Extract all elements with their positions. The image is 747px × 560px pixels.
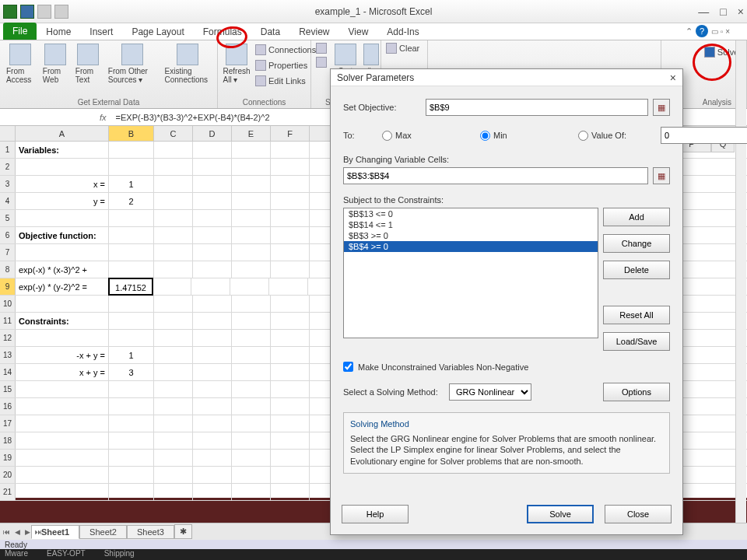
cell[interactable] (109, 484, 154, 500)
delete-button[interactable]: Delete (603, 261, 670, 279)
cell[interactable] (271, 296, 310, 312)
by-changing-input[interactable] (343, 167, 648, 184)
solve-button[interactable]: Solve (527, 505, 594, 523)
sort-asc-icon[interactable] (314, 42, 328, 54)
cell[interactable] (271, 244, 310, 261)
cell[interactable] (271, 210, 310, 226)
cell[interactable] (16, 467, 109, 483)
cell[interactable] (154, 210, 193, 226)
row-header[interactable]: 11 (0, 313, 16, 329)
cell[interactable] (154, 381, 193, 397)
cell[interactable] (271, 347, 310, 363)
dialog-close-icon[interactable]: × (670, 72, 676, 84)
cell[interactable] (16, 210, 109, 226)
cell[interactable] (232, 381, 271, 397)
radio-min[interactable]: Min (480, 131, 558, 141)
cell[interactable] (193, 244, 232, 261)
cell[interactable] (109, 210, 154, 226)
col-D[interactable]: D (193, 126, 232, 141)
load-save-button[interactable]: Load/Save (603, 332, 670, 351)
cell[interactable] (193, 193, 232, 209)
cell[interactable] (193, 142, 232, 158)
cell[interactable]: x + y = (16, 364, 109, 380)
cell[interactable] (232, 210, 271, 226)
cell[interactable] (16, 484, 109, 500)
row-header[interactable]: 19 (0, 450, 16, 466)
cell[interactable] (154, 347, 193, 363)
cell[interactable] (271, 364, 310, 380)
cell[interactable] (193, 227, 232, 243)
cell[interactable] (271, 330, 310, 346)
cell[interactable] (271, 484, 310, 500)
row-header[interactable]: 18 (0, 432, 16, 449)
cell[interactable] (232, 398, 271, 415)
options-button[interactable]: Options (603, 383, 670, 401)
cell[interactable] (271, 432, 310, 449)
cell[interactable] (154, 467, 193, 483)
cell[interactable] (232, 432, 271, 449)
ribbon-icon[interactable] (458, 50, 475, 67)
cell[interactable] (232, 450, 271, 466)
cell[interactable] (154, 159, 193, 175)
cell[interactable] (230, 278, 269, 295)
cell[interactable]: 1 (109, 176, 154, 192)
cell[interactable] (154, 415, 193, 432)
cell[interactable] (232, 176, 271, 192)
cell[interactable] (232, 347, 271, 363)
cell[interactable] (271, 193, 310, 209)
new-sheet-icon[interactable]: ✱ (174, 524, 192, 539)
cell[interactable]: exp(-x) * (x-3)^2 + (16, 261, 109, 278)
sort-desc-icon[interactable] (314, 56, 328, 68)
ribbon-minimize-icon[interactable]: ⌃ (686, 26, 693, 37)
row-header[interactable]: 2 (0, 159, 16, 175)
col-E[interactable]: E (232, 126, 271, 141)
row-header[interactable]: 6 (0, 227, 16, 243)
cell[interactable] (232, 261, 271, 278)
cell[interactable]: Constraints: (16, 313, 109, 329)
cell[interactable] (16, 159, 109, 175)
cell[interactable] (154, 398, 193, 415)
cell[interactable] (16, 244, 109, 261)
cell[interactable] (193, 415, 232, 432)
ribbon-icon[interactable] (431, 50, 448, 67)
connections-link[interactable]: Connections (254, 44, 317, 56)
from-access-button[interactable]: From Access (3, 42, 38, 86)
constraint-item[interactable]: $B$13 <= 0 (344, 208, 598, 219)
cell[interactable] (193, 450, 232, 466)
cell[interactable] (232, 159, 271, 175)
ribbon-window-icons[interactable]: ▭ ▫ × (711, 27, 730, 36)
minimize-button[interactable]: — (698, 5, 709, 18)
cell[interactable] (232, 467, 271, 483)
row-header[interactable]: 15 (0, 381, 16, 397)
cell[interactable] (16, 450, 109, 466)
from-text-button[interactable]: From Text (72, 42, 103, 86)
cell[interactable] (193, 432, 232, 449)
row-header[interactable]: 10 (0, 296, 16, 312)
cell[interactable] (154, 364, 193, 380)
sheet-nav-last[interactable]: ⏭ (33, 528, 44, 536)
cell[interactable] (16, 432, 109, 449)
close-button[interactable]: Close (605, 505, 672, 523)
cell[interactable] (154, 227, 193, 243)
row-header[interactable]: 7 (0, 244, 16, 261)
ribbon-icon[interactable] (484, 50, 501, 67)
cell[interactable] (16, 415, 109, 432)
value-of-input[interactable] (661, 127, 747, 144)
ribbon-icon[interactable] (563, 50, 580, 67)
cell[interactable] (271, 261, 310, 278)
edit-links-link[interactable]: Edit Links (254, 75, 317, 87)
non-negative-checkbox[interactable]: Make Unconstrained Variables Non-Negativ… (343, 362, 528, 372)
cell[interactable] (16, 296, 109, 312)
cell[interactable]: exp(-y) * (y-2)^2 = (16, 278, 109, 295)
row-header[interactable]: 3 (0, 176, 16, 192)
cell[interactable] (191, 278, 230, 295)
cell[interactable] (16, 381, 109, 397)
row-header[interactable]: 4 (0, 193, 16, 209)
cell[interactable]: Variables: (16, 142, 109, 158)
row-header[interactable]: 14 (0, 364, 16, 380)
cell[interactable] (154, 261, 193, 278)
cell[interactable] (109, 381, 154, 397)
col-C[interactable]: C (154, 126, 193, 141)
cell[interactable] (232, 142, 271, 158)
col-F[interactable]: F (271, 126, 310, 141)
